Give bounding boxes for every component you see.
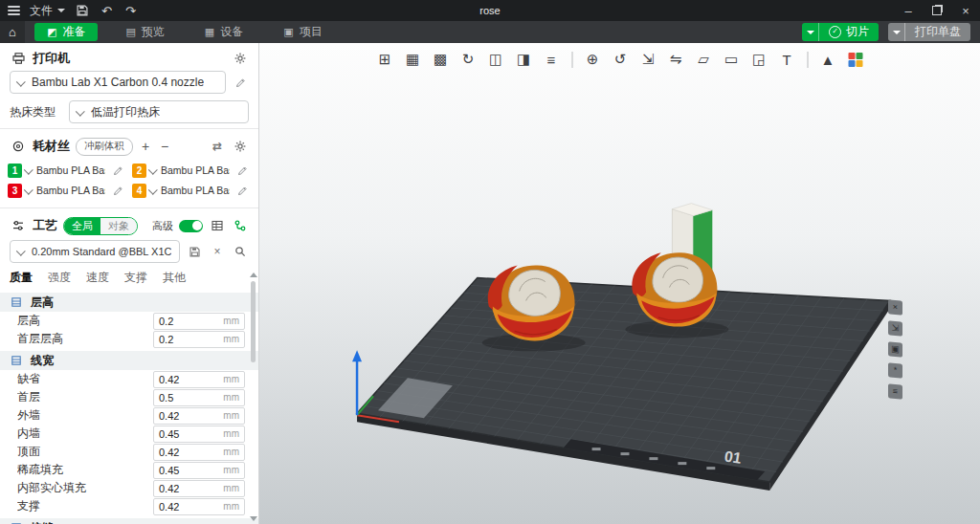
flush-volume-button[interactable]: 冲刷体积 (76, 138, 133, 156)
variable-layer-height-icon[interactable]: ≡ (540, 48, 563, 71)
tab-device[interactable]: ▦设备 (192, 23, 256, 41)
scroll-down-arrow[interactable] (250, 516, 257, 521)
add-plate-icon[interactable]: ▦ (401, 48, 424, 71)
add-model-icon[interactable]: ⊞ (373, 48, 396, 71)
scrollbar-thumb[interactable] (251, 281, 256, 362)
filament-preset-name[interactable]: Bambu PLA Basic (161, 185, 230, 196)
viewport-toolbar: ⊞▦▩↻◫◨≡⊕↺⇲⇋▱▭◲T▲ (373, 48, 866, 71)
plate-settings-icon[interactable]: * (888, 362, 902, 379)
printer-preset-dropdown[interactable]: Bambu Lab X1 Carbon 0.4 nozzle (10, 71, 226, 94)
scale-icon[interactable]: ⇲ (636, 48, 659, 71)
undo-icon[interactable]: ↶ (100, 4, 114, 18)
process-tab-2[interactable]: 速度 (86, 270, 109, 286)
filament-settings-gear-icon[interactable] (232, 138, 249, 155)
divider (0, 128, 258, 129)
filament-preset-name[interactable]: Bambu PLA Basic (161, 164, 230, 176)
slice-dropdown-caret[interactable] (802, 23, 819, 41)
edit-filament-icon[interactable] (234, 182, 251, 199)
auto-arrange-icon[interactable]: ▩ (429, 48, 452, 71)
maximize-button[interactable] (923, 0, 951, 21)
edit-printer-icon[interactable] (232, 74, 249, 91)
print-dropdown-caret[interactable] (888, 23, 905, 41)
filament-preset-name[interactable]: Bambu PLA Basic (36, 164, 105, 176)
slice-button[interactable]: ✓ 切片 (802, 23, 879, 41)
process-section-header: 工艺 全局对象 高级 (0, 213, 258, 238)
process-scope-0[interactable]: 全局 (64, 218, 100, 234)
printer-settings-gear-icon[interactable] (232, 50, 249, 67)
process-tab-1[interactable]: 强度 (48, 270, 71, 286)
param-value: 0.42 (159, 374, 179, 385)
process-preset-dropdown[interactable]: 0.20mm Standard @BBL X1C - 拷贝 (10, 240, 180, 263)
plate-fit-icon[interactable]: ⇲ (888, 320, 902, 337)
process-tab-4[interactable]: 其他 (163, 270, 186, 286)
tab-project-label: 项目 (300, 24, 323, 40)
split-to-parts-icon[interactable]: ◨ (512, 48, 535, 71)
bed-type-dropdown[interactable]: 低温打印热床 (69, 100, 249, 123)
filament-color-swatch[interactable]: 1 (8, 164, 22, 178)
param-input[interactable]: 0.42mm (153, 371, 245, 388)
file-menu[interactable]: 文件 (30, 3, 65, 19)
assembly-view-icon[interactable]: ◲ (747, 48, 770, 71)
param-label: 内墙 (17, 426, 153, 442)
search-icon[interactable] (232, 243, 249, 260)
support-paint-icon[interactable]: ▲ (816, 48, 839, 71)
filament-color-swatch[interactable]: 2 (132, 164, 146, 178)
chevron-down-icon (893, 31, 901, 34)
print-plate-button[interactable]: 打印单盘 (888, 23, 970, 41)
minimize-button[interactable]: – (894, 0, 923, 21)
edit-filament-icon[interactable] (109, 162, 126, 179)
remove-filament-button[interactable]: − (158, 139, 171, 154)
param-input[interactable]: 0.45mm (153, 426, 245, 443)
split-to-objects-icon[interactable]: ◫ (484, 48, 507, 71)
advanced-toggle[interactable] (179, 220, 203, 232)
auto-orient-icon[interactable]: ↻ (457, 48, 479, 71)
viewport-3d[interactable]: ⊞▦▩↻◫◨≡⊕↺⇲⇋▱▭◲T▲ (259, 43, 980, 524)
param-input[interactable]: 0.5mm (153, 389, 245, 406)
param-input[interactable]: 0.2mm (153, 313, 245, 330)
param-input[interactable]: 0.45mm (153, 462, 245, 479)
delete-preset-icon[interactable]: × (209, 243, 226, 260)
param-input[interactable]: 0.42mm (153, 444, 245, 461)
redo-icon[interactable]: ↷ (123, 4, 138, 18)
plate-delete-icon[interactable]: × (888, 299, 902, 316)
add-filament-button[interactable]: + (139, 139, 152, 154)
sync-filament-icon[interactable]: ⇄ (209, 138, 226, 155)
plate-rename-icon[interactable]: ≡ (888, 383, 902, 400)
param-section-header: 接缝 (0, 518, 258, 524)
param-input[interactable]: 0.2mm (153, 331, 245, 348)
param-input[interactable]: 0.42mm (153, 407, 245, 425)
scene-3d[interactable]: 01 (259, 43, 980, 524)
move-icon[interactable]: ⊕ (581, 48, 604, 71)
process-tab-0[interactable]: 质量 (10, 270, 33, 286)
filament-preset-name[interactable]: Bambu PLA Basic (36, 185, 105, 196)
sidebar-scrollbar (249, 273, 257, 521)
param-input[interactable]: 0.42mm (153, 498, 245, 515)
process-tab-3[interactable]: 支撑 (124, 270, 147, 286)
edit-filament-icon[interactable] (109, 182, 126, 199)
color-paint-icon[interactable] (844, 49, 866, 71)
tab-prepare[interactable]: ◩准备 (34, 23, 98, 41)
filament-color-swatch[interactable]: 3 (8, 184, 22, 198)
rotate-icon[interactable]: ↺ (609, 48, 632, 71)
home-button[interactable]: ⌂ (0, 21, 25, 43)
process-scope-1[interactable]: 对象 (100, 218, 137, 234)
close-button[interactable]: × (951, 0, 980, 21)
param-input[interactable]: 0.42mm (153, 480, 245, 497)
filament-color-swatch[interactable]: 4 (132, 184, 146, 198)
save-project-icon[interactable] (75, 5, 90, 16)
preview-icon: ▤ (125, 27, 135, 37)
tab-preview[interactable]: ▤预览 (113, 23, 176, 41)
add-text-icon[interactable]: T (775, 48, 798, 71)
scroll-up-arrow[interactable] (250, 273, 257, 277)
simplify-model-icon[interactable]: ▭ (720, 48, 743, 71)
edit-filament-icon[interactable] (234, 162, 251, 179)
param-table-icon[interactable] (209, 217, 226, 234)
plate-lock-icon[interactable]: ▣ (888, 341, 902, 358)
lay-on-face-icon[interactable]: ▱ (692, 48, 715, 71)
sidebar: 打印机 Bambu Lab X1 Carbon 0.4 nozzle 热床类型 … (0, 43, 259, 524)
tab-project[interactable]: ▣项目 (271, 23, 334, 41)
compare-preset-icon[interactable] (232, 217, 249, 234)
mirror-icon[interactable]: ⇋ (664, 48, 687, 71)
hamburger-menu-icon[interactable] (8, 6, 20, 15)
save-preset-icon[interactable] (186, 243, 203, 260)
